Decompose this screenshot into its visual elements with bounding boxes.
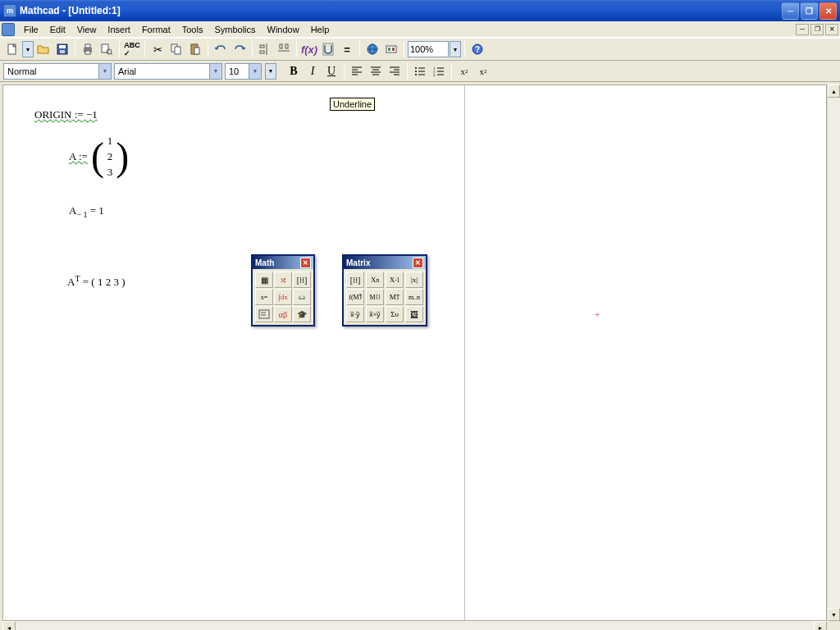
align-regions-button[interactable]	[256, 40, 274, 58]
region-a-transpose[interactable]: AT = ( 1 2 3 )	[67, 274, 126, 289]
zoom-dropdown[interactable]: ▼	[450, 41, 461, 57]
open-button[interactable]	[34, 40, 52, 58]
picture-button[interactable]: 🖼	[405, 306, 423, 322]
mdi-close-button[interactable]: ✕	[825, 24, 838, 35]
cut-button[interactable]: ✂	[148, 40, 167, 58]
sum-button[interactable]: Συ	[386, 306, 404, 322]
menu-edit[interactable]: Edit	[44, 23, 71, 36]
insert-unit-button[interactable]	[319, 40, 337, 58]
zoom-input[interactable]	[408, 41, 449, 57]
palette-math-close-button[interactable]: ✕	[300, 258, 311, 268]
copy-button[interactable]	[167, 40, 185, 58]
svg-rect-19	[285, 44, 288, 48]
insert-hyperlink-button[interactable]	[363, 40, 381, 58]
undo-button[interactable]	[212, 40, 230, 58]
bullets-button[interactable]	[411, 62, 429, 80]
svg-rect-11	[175, 47, 180, 54]
menu-window[interactable]: Window	[262, 23, 305, 36]
print-button[interactable]	[79, 40, 97, 58]
paste-button[interactable]	[186, 40, 204, 58]
dot-product-button[interactable]: x⃗·y⃗	[346, 306, 364, 322]
transpose-button[interactable]: MT	[386, 289, 404, 305]
evaluation-toolbar-button[interactable]: x=	[255, 289, 273, 305]
numbering-button[interactable]: 123	[430, 62, 448, 80]
palette-matrix-close-button[interactable]: ✕	[413, 258, 423, 268]
greek-toolbar-button[interactable]: αβ	[274, 306, 292, 322]
svg-rect-6	[85, 51, 90, 54]
font-input[interactable]	[115, 64, 209, 79]
menu-symbolics[interactable]: Symbolics	[208, 23, 261, 36]
cursor-crosshair: +	[595, 309, 600, 319]
font-combo[interactable]: ▼	[114, 63, 222, 80]
menu-insert[interactable]: Insert	[102, 23, 136, 36]
redo-button[interactable]	[231, 40, 249, 58]
spell-check-button[interactable]: ABC✓	[123, 40, 141, 58]
style-combo[interactable]: ▼	[3, 63, 112, 80]
save-button[interactable]	[53, 40, 71, 58]
column-button[interactable]: M⟨⟩	[366, 289, 384, 305]
inverse-button[interactable]: X-1	[386, 272, 404, 288]
range-button[interactable]: m..n	[405, 289, 423, 305]
palette-math-titlebar[interactable]: Math ✕	[253, 256, 313, 269]
bold-button[interactable]: B	[285, 62, 303, 80]
menu-format[interactable]: Format	[136, 23, 176, 36]
menu-view[interactable]: View	[71, 23, 103, 36]
fontsize-input[interactable]	[226, 64, 249, 79]
menu-tools[interactable]: Tools	[176, 23, 209, 36]
subscript-button[interactable]: x2	[474, 62, 492, 80]
window-minimize-button[interactable]: ─	[782, 2, 799, 20]
programming-toolbar-button[interactable]	[255, 306, 273, 322]
superscript-button[interactable]: x2	[455, 62, 473, 80]
determinant-button[interactable]: |x|	[405, 272, 423, 288]
underline-button[interactable]: U	[322, 62, 340, 80]
mdi-restore-button[interactable]: ❐	[810, 24, 824, 35]
fontsize-combo[interactable]: ▼	[225, 63, 262, 80]
matrix-toolbar-button[interactable]: [⁞⁞]	[293, 272, 311, 288]
symbolic-toolbar-button[interactable]: 🎓	[293, 306, 311, 322]
scroll-right-button[interactable]: ►	[814, 621, 827, 630]
region-a-definition[interactable]: A := ( 1 2 3 )	[69, 135, 129, 179]
palette-matrix[interactable]: Matrix ✕ [⁞⁞] Xn X-1 |x| f(M)⃗ M⟨⟩ MT m.…	[342, 254, 427, 326]
new-button[interactable]	[3, 40, 21, 58]
insert-component-button[interactable]	[382, 40, 400, 58]
align-down-button[interactable]	[275, 40, 293, 58]
insert-function-button[interactable]: f(x)	[300, 40, 318, 58]
cross-product-button[interactable]: x⃗×y⃗	[366, 306, 384, 322]
svg-rect-7	[102, 44, 108, 52]
svg-point-44	[415, 71, 417, 72]
print-preview-button[interactable]	[98, 40, 116, 58]
window-restore-button[interactable]: ❐	[801, 2, 818, 20]
mdi-minimize-button[interactable]: ─	[796, 24, 809, 35]
italic-button[interactable]: I	[304, 62, 322, 80]
align-left-button[interactable]	[348, 62, 366, 80]
palette-matrix-titlebar[interactable]: Matrix ✕	[344, 256, 426, 269]
calculate-button[interactable]: =	[338, 40, 356, 58]
menu-file[interactable]: File	[18, 23, 44, 36]
svg-rect-3	[60, 50, 65, 53]
document-icon	[2, 23, 15, 36]
worksheet[interactable]: Underline ORIGIN := −1 A := ( 1 2 3 ) A−…	[2, 84, 827, 621]
window-close-button[interactable]: ✕	[819, 2, 837, 20]
fontsize-dropdown[interactable]: ▼	[265, 63, 276, 80]
vertical-scrollbar[interactable]: ▲ ▼	[827, 84, 840, 621]
calculator-toolbar-button[interactable]: ▦	[255, 272, 273, 288]
new-dropdown[interactable]: ▼	[22, 41, 34, 57]
region-a-subscript[interactable]: A− 1 = 1	[69, 204, 104, 219]
graph-toolbar-button[interactable]: ⤭	[274, 272, 292, 288]
style-input[interactable]	[4, 64, 98, 79]
palette-math[interactable]: Math ✕ ▦ ⤭ [⁞⁞] x= ∫dx ≤≥ αβ 🎓	[251, 254, 315, 326]
vectorize-button[interactable]: f(M)⃗	[346, 289, 364, 305]
menu-help[interactable]: Help	[305, 23, 336, 36]
align-center-button[interactable]	[367, 62, 385, 80]
help-button[interactable]: ?	[468, 40, 486, 58]
boolean-toolbar-button[interactable]: ≤≥	[293, 289, 311, 305]
scroll-down-button[interactable]: ▼	[828, 608, 840, 621]
region-origin[interactable]: ORIGIN := −1	[34, 108, 98, 121]
insert-matrix-button[interactable]: [⁞⁞]	[346, 272, 364, 288]
scroll-left-button[interactable]: ◄	[2, 621, 16, 630]
horizontal-scrollbar[interactable]: ◄ ►	[0, 621, 840, 630]
scroll-up-button[interactable]: ▲	[828, 84, 840, 98]
calculus-toolbar-button[interactable]: ∫dx	[274, 289, 292, 305]
align-right-button[interactable]	[386, 62, 404, 80]
subscript-button-matrix[interactable]: Xn	[366, 272, 384, 288]
